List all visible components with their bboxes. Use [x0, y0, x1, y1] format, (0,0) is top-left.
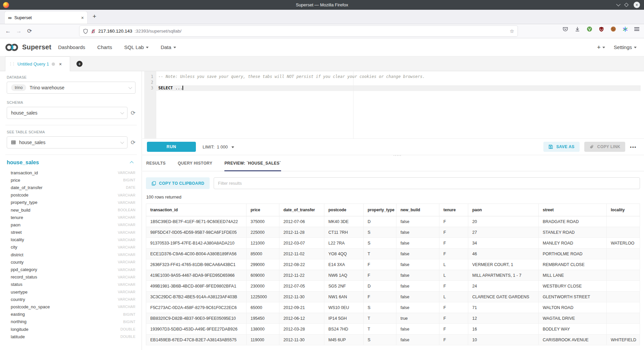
nav-data[interactable]: Data [161, 44, 176, 50]
ublock-icon[interactable] [599, 27, 604, 32]
results-pane: RESULTS QUERY HISTORY PREVIEW: `HOUSE_SA… [142, 155, 644, 350]
url-bar[interactable]: 217.160.120.143:32393/superset/sqllab/ ☆ [79, 26, 518, 36]
chevron-down-icon [120, 111, 124, 114]
new-tab-button[interactable]: + [93, 13, 96, 19]
save-as-button[interactable]: SAVE AS [543, 142, 579, 152]
results-column-header[interactable]: date_of_transfer [279, 204, 324, 216]
results-column-header[interactable]: new_build [396, 204, 439, 216]
database-select[interactable]: trino Trino warehouse [7, 82, 136, 94]
results-column-header[interactable]: street [539, 204, 607, 216]
back-button[interactable]: ← [3, 28, 13, 35]
cell-locality [607, 313, 640, 324]
query-tab-active[interactable]: ⋮⋮ Untitled Query 1 × [5, 56, 70, 71]
privacy-badger-icon[interactable] [587, 26, 592, 32]
window-minimize-icon[interactable] [616, 2, 621, 6]
column-name: usertype [11, 290, 28, 295]
query-tab-close-icon[interactable]: × [59, 61, 62, 67]
cell-date-of-transfer: 2012-07-05 [279, 281, 324, 292]
results-column-header[interactable]: price [247, 204, 279, 216]
results-column-header[interactable]: paon [468, 204, 539, 216]
filter-results-input[interactable] [214, 177, 640, 189]
pocket-icon[interactable] [562, 26, 568, 32]
editor-gutter: 123 [144, 71, 156, 138]
table-name-heading[interactable]: house_sales [7, 160, 39, 166]
cell-postcode: BS24 7HD [324, 324, 364, 335]
tab-query-history[interactable]: QUERY HISTORY [178, 155, 212, 171]
cell-tenure: F [439, 281, 468, 292]
cell-postcode: M45 6UP [324, 335, 364, 345]
sql-keyword: SELECT [158, 86, 173, 90]
copy-link-button[interactable]: COPY LINK [584, 142, 626, 152]
results-column-header[interactable]: tenure [439, 204, 468, 216]
cell-locality [607, 259, 640, 270]
line-number: 3 [144, 85, 156, 91]
editor-code[interactable]: -- Note: Unless you save your query, the… [158, 74, 425, 91]
column-type: BIGINT [123, 178, 136, 182]
cookie-icon[interactable] [610, 26, 616, 32]
tab-preview-house-sales[interactable]: PREVIEW: `HOUSE_SALES` [224, 155, 281, 171]
results-table: transaction_idpricedate_of_transferpostc… [146, 204, 640, 345]
schema-select[interactable]: house_sales [7, 107, 127, 119]
results-column-header[interactable]: locality [607, 204, 640, 216]
superset-logo[interactable]: Superset [5, 43, 51, 52]
cell-price: 121000 [247, 238, 279, 249]
cell-date-of-transfer: 2012-11-02 [279, 249, 324, 259]
forward-button[interactable]: → [13, 28, 24, 35]
table-column-item: county VARCHAR [7, 258, 136, 266]
cell-locality [607, 302, 640, 313]
extension-asterisk-icon[interactable] [623, 27, 628, 32]
column-type: VARCHAR [118, 193, 136, 197]
nav-dashboards[interactable]: Dashboards [58, 44, 85, 50]
cell-transaction-id: 193907D3-5DBD-453D-A49E-9FEE27DAB926 [146, 324, 247, 335]
column-name: street [11, 230, 22, 235]
table-column-item: paon VARCHAR [7, 221, 136, 228]
cell-new-build: false [396, 216, 439, 227]
settings-menu[interactable]: Settings [614, 44, 637, 50]
cell-transaction-id: BB8320C9-D82B-4B37-90E0-9FEE05095E10 [146, 313, 247, 324]
table-column-item: district VARCHAR [7, 251, 136, 258]
tab-close-icon[interactable]: × [81, 15, 84, 20]
cell-property-type: S [364, 238, 396, 249]
table-select[interactable]: house_sales [7, 136, 127, 148]
drag-handle-icon[interactable]: ⋮⋮ [9, 62, 15, 66]
table-row: 193907D3-5DBD-453D-A49E-9FEE27DAB926 138… [146, 324, 640, 335]
cell-street: MILL LANE [539, 270, 607, 281]
refresh-tables-icon[interactable]: ⟳ [131, 140, 136, 145]
copy-to-clipboard-button[interactable]: COPY TO CLIPBOARD [146, 177, 210, 189]
nav-charts[interactable]: Charts [97, 44, 112, 50]
table-column-item: status VARCHAR [7, 281, 136, 288]
cell-locality [607, 216, 640, 227]
cell-date-of-transfer: 2012-11-28 [279, 227, 324, 238]
window-close-icon[interactable]: × [634, 2, 640, 8]
menu-hamburger-icon[interactable] [634, 27, 639, 31]
add-new-button[interactable]: + [597, 44, 605, 51]
collapse-chevron-icon[interactable] [130, 161, 133, 165]
results-column-header[interactable]: property_type [364, 204, 396, 216]
results-column-header[interactable]: transaction_id [146, 204, 247, 216]
cell-property-type: T [364, 313, 396, 324]
results-column-header[interactable]: postcode [324, 204, 364, 216]
reload-button[interactable]: ⟳ [24, 28, 35, 35]
window-maximize-icon[interactable] [624, 3, 629, 7]
bookmark-star-icon[interactable]: ☆ [510, 28, 514, 34]
add-query-tab-button[interactable]: + [76, 61, 83, 67]
cell-new-build: false [396, 270, 439, 281]
browser-tab[interactable]: ∞ Superset × [5, 11, 87, 24]
line-number: 2 [144, 80, 156, 85]
resize-grip[interactable] [393, 155, 402, 156]
run-button[interactable]: RUN [147, 142, 196, 152]
cell-postcode: NW1 6AN [324, 292, 364, 302]
table-column-item: locality VARCHAR [7, 236, 136, 244]
refresh-schemas-icon[interactable]: ⟳ [131, 110, 136, 116]
limit-dropdown[interactable]: LIMIT: 1 000 [203, 144, 234, 149]
cell-date-of-transfer: 2012-06-12 [279, 313, 324, 324]
tracking-shield-icon[interactable] [83, 29, 88, 34]
window-title: Superset — Mozilla Firefox [0, 2, 644, 7]
tab-results[interactable]: RESULTS [146, 155, 166, 171]
window-titlebar: Superset — Mozilla Firefox × [0, 0, 644, 10]
download-icon[interactable] [575, 26, 580, 32]
nav-sql-lab[interactable]: SQL Lab [124, 44, 149, 50]
sql-editor[interactable]: 123 -- Note: Unless you save your query,… [142, 71, 644, 138]
more-options-button[interactable]: ••• [630, 144, 637, 149]
insecure-lock-icon[interactable] [91, 29, 96, 34]
